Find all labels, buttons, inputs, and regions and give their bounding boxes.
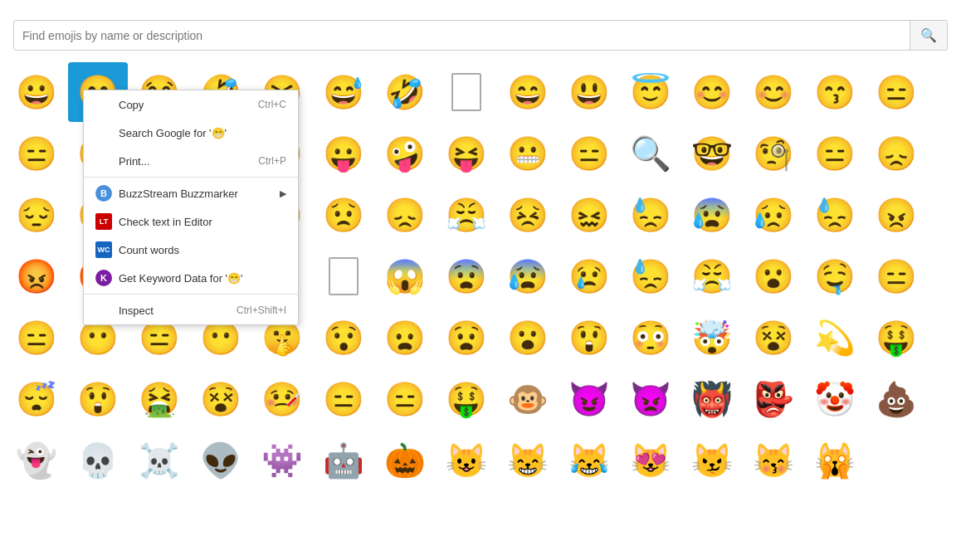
emoji-cell[interactable]: 🤖 — [314, 431, 373, 490]
emoji-cell[interactable]: 🤤 — [805, 246, 865, 306]
emoji-cell[interactable]: 😮 — [744, 246, 803, 306]
emoji-cell[interactable]: 👿 — [621, 369, 681, 429]
emoji-cell[interactable]: 😔 — [7, 185, 66, 245]
emoji-cell[interactable]: 🤣 — [375, 62, 435, 122]
emoji-cell[interactable]: 🤡 — [805, 369, 865, 429]
search-button[interactable]: 🔍 — [910, 21, 947, 50]
emoji-glyph: 😑 — [16, 321, 57, 354]
emoji-cell[interactable]: 😞 — [375, 185, 435, 245]
menu-item-wc[interactable]: WC Count words — [84, 236, 298, 264]
emoji-cell[interactable]: 🤑 — [437, 369, 496, 429]
emoji-cell[interactable]: 🙀 — [805, 431, 865, 490]
emoji-cell[interactable]: 😑 — [559, 124, 619, 183]
emoji-cell[interactable] — [314, 246, 373, 306]
emoji-cell[interactable]: 😀 — [7, 62, 66, 122]
emoji-cell[interactable]: 💫 — [805, 308, 865, 368]
emoji-cell[interactable]: 😄 — [498, 62, 558, 122]
emoji-glyph: 🤡 — [814, 382, 856, 416]
emoji-cell[interactable]: 😡 — [7, 246, 66, 306]
emoji-cell[interactable]: 🧐 — [744, 124, 803, 183]
emoji-cell[interactable]: 😲 — [559, 308, 619, 368]
emoji-cell[interactable]: 😬 — [498, 124, 558, 183]
emoji-cell[interactable]: 🤒 — [252, 369, 312, 429]
menu-item-keyword[interactable]: K Get Keyword Data for '😁' — [84, 264, 298, 292]
emoji-cell[interactable]: 😺 — [437, 431, 496, 490]
emoji-cell[interactable]: 👺 — [744, 369, 803, 429]
emoji-cell[interactable]: 😊 — [744, 62, 803, 122]
menu-item-languagetool[interactable]: LT Check text in Editor — [84, 207, 298, 236]
emoji-cell[interactable]: 🔍 — [621, 124, 681, 183]
emoji-cell[interactable]: 😧 — [437, 308, 496, 368]
emoji-cell[interactable]: 🤑 — [866, 308, 926, 368]
menu-item-copy[interactable]: Copy Ctrl+C — [84, 90, 298, 119]
emoji-cell[interactable]: 😈 — [559, 369, 619, 429]
emoji-cell[interactable]: 👽 — [191, 431, 251, 490]
emoji-cell[interactable]: 😦 — [375, 308, 435, 368]
emoji-cell[interactable]: 😠 — [866, 185, 926, 245]
emoji-cell[interactable]: 😼 — [682, 431, 742, 490]
emoji-cell[interactable]: 🤯 — [682, 308, 742, 368]
emoji-cell[interactable]: 😯 — [314, 308, 373, 368]
emoji-cell[interactable]: 😅 — [314, 62, 373, 122]
emoji-cell[interactable]: 🤓 — [682, 124, 742, 183]
emoji-cell[interactable] — [437, 62, 496, 122]
emoji-cell[interactable]: 😴 — [7, 369, 66, 429]
search-input[interactable] — [14, 22, 910, 49]
emoji-cell[interactable]: 😹 — [559, 431, 619, 490]
emoji-cell[interactable]: 😸 — [498, 431, 558, 490]
emoji-cell[interactable]: 💩 — [866, 369, 926, 429]
emoji-cell[interactable]: 👾 — [252, 431, 312, 490]
emoji-cell[interactable]: 😵 — [191, 369, 251, 429]
emoji-cell[interactable]: 😱 — [375, 246, 435, 306]
emoji-cell[interactable]: 👻 — [7, 431, 66, 490]
emoji-glyph: 😅 — [323, 75, 364, 109]
emoji-cell[interactable]: 😰 — [682, 185, 742, 245]
menu-item-inspect[interactable]: Inspect Ctrl+Shift+I — [84, 296, 298, 324]
emoji-cell[interactable]: 😤 — [682, 246, 742, 306]
emoji-cell[interactable]: 😨 — [437, 246, 496, 306]
emoji-cell[interactable]: 😑 — [7, 308, 66, 368]
emoji-cell[interactable]: 😑 — [866, 62, 926, 122]
emoji-cell[interactable]: 😮 — [498, 308, 558, 368]
menu-item-buzzstream[interactable]: B BuzzStream Buzzmarker ▶ — [84, 179, 298, 207]
emoji-cell[interactable]: ☠️ — [129, 431, 189, 490]
emoji-cell[interactable]: 😳 — [621, 308, 681, 368]
emoji-glyph: 😰 — [507, 260, 549, 293]
emoji-cell[interactable]: 😝 — [437, 124, 496, 183]
emoji-cell[interactable]: 😑 — [375, 369, 435, 429]
emoji-cell[interactable]: 😙 — [805, 62, 865, 122]
emoji-cell[interactable]: 😢 — [559, 246, 619, 306]
menu-item-label: Check text in Editor — [119, 216, 286, 228]
emoji-cell[interactable]: 😰 — [498, 246, 558, 306]
emoji-cell[interactable]: 😖 — [559, 185, 619, 245]
emoji-cell[interactable]: 😥 — [744, 185, 803, 245]
menu-item-search-google[interactable]: Search Google for '😁' — [84, 119, 298, 147]
menu-item-print[interactable]: Print... Ctrl+P — [84, 147, 298, 175]
emoji-cell[interactable]: 😵 — [744, 308, 803, 368]
emoji-cell[interactable]: 🎃 — [375, 431, 435, 490]
emoji-cell[interactable]: 👹 — [682, 369, 742, 429]
emoji-cell[interactable]: 😑 — [7, 124, 66, 183]
emoji-cell[interactable]: 😓 — [621, 185, 681, 245]
emoji-cell[interactable]: 😽 — [744, 431, 803, 490]
emoji-cell[interactable]: 😃 — [559, 62, 619, 122]
emoji-cell[interactable]: 🐵 — [498, 369, 558, 429]
emoji-cell[interactable]: 🤪 — [375, 124, 435, 183]
emoji-cell[interactable]: 😣 — [498, 185, 558, 245]
emoji-cell[interactable]: 😤 — [437, 185, 496, 245]
emoji-cell[interactable]: 😞 — [866, 124, 926, 183]
emoji-glyph: 🎃 — [384, 444, 426, 477]
emoji-cell[interactable]: 😲 — [68, 369, 128, 429]
emoji-cell[interactable]: 😑 — [805, 124, 865, 183]
emoji-cell[interactable]: 😓 — [621, 246, 681, 306]
emoji-cell[interactable]: 😓 — [805, 185, 865, 245]
emoji-cell[interactable]: 😟 — [314, 185, 373, 245]
emoji-cell[interactable]: 💀 — [68, 431, 128, 490]
emoji-cell[interactable]: 😑 — [314, 369, 373, 429]
emoji-cell[interactable]: 😑 — [866, 246, 926, 306]
emoji-cell[interactable]: 😛 — [314, 124, 373, 183]
emoji-cell[interactable]: 😇 — [621, 62, 681, 122]
emoji-cell[interactable]: 😻 — [621, 431, 681, 490]
emoji-cell[interactable]: 😊 — [682, 62, 742, 122]
emoji-cell[interactable]: 🤮 — [129, 369, 189, 429]
